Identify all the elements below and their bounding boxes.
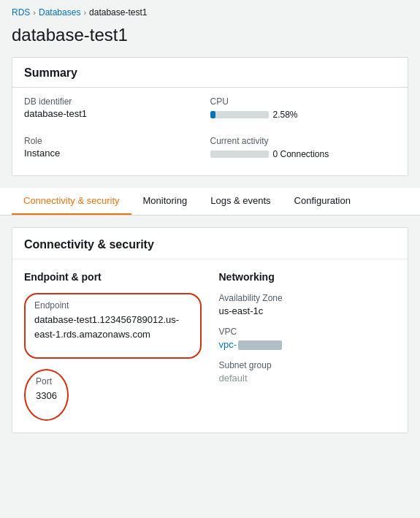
tab-configuration[interactable]: Configuration <box>283 188 362 215</box>
connectivity-section-header: Connectivity & security <box>12 228 408 259</box>
az-label: Availability Zone <box>219 293 397 303</box>
cpu-value: 2.58% <box>273 110 298 120</box>
role-section: Role Instance <box>24 136 210 167</box>
db-identifier-label: DB identifier <box>24 96 210 107</box>
cpu-label: CPU <box>210 96 397 107</box>
activity-bar-bg <box>210 151 269 158</box>
endpoint-label: Endpoint <box>34 300 191 311</box>
tab-logs-events[interactable]: Logs & events <box>199 188 282 215</box>
db-identifier-section: DB identifier database-test1 <box>24 96 210 127</box>
endpoint-port-col: Endpoint & port Endpoint database-test1.… <box>24 271 202 421</box>
port-label: Port <box>36 376 57 386</box>
breadcrumb-databases[interactable]: Databases <box>39 7 80 18</box>
networking-title: Networking <box>219 271 397 283</box>
tab-connectivity-security[interactable]: Connectivity & security <box>12 188 131 215</box>
port-wrapper: Port 3306 <box>24 369 202 421</box>
cpu-bar-bg <box>210 111 269 118</box>
summary-card: Summary DB identifier database-test1 CPU… <box>12 57 408 176</box>
breadcrumb-rds[interactable]: RDS <box>12 7 30 18</box>
role-label: Role <box>24 136 210 146</box>
tab-monitoring[interactable]: Monitoring <box>131 188 199 215</box>
subnet-value: default <box>219 373 397 384</box>
page-title: database-test1 <box>0 22 420 57</box>
activity-label: Current activity <box>210 136 397 146</box>
db-identifier-value: database-test1 <box>24 108 210 119</box>
endpoint-circle: Endpoint database-test1.123456789012.us-… <box>24 293 202 359</box>
summary-header: Summary <box>12 58 408 88</box>
az-value: us-east-1c <box>219 305 397 316</box>
vpc-label: VPC <box>219 327 397 337</box>
port-circle: Port 3306 <box>24 369 69 421</box>
breadcrumb-sep-1: › <box>33 8 36 17</box>
vpc-redacted <box>238 340 282 350</box>
breadcrumb-sep-2: › <box>83 8 86 17</box>
breadcrumb: RDS › Databases › database-test1 <box>0 0 420 22</box>
breadcrumb-current: database-test1 <box>89 7 147 18</box>
tabs-bar: Connectivity & security Monitoring Logs … <box>0 188 420 216</box>
vpc-value[interactable]: vpc- <box>219 339 397 350</box>
role-value: Instance <box>24 148 210 159</box>
connectivity-section: Connectivity & security Endpoint & port … <box>12 227 408 433</box>
connectivity-content-body: Endpoint & port Endpoint database-test1.… <box>12 259 408 433</box>
activity-bar-row: 0 Connections <box>210 149 397 159</box>
cpu-bar-row: 2.58% <box>210 110 397 120</box>
subnet-label: Subnet group <box>219 360 397 370</box>
networking-col: Networking Availability Zone us-east-1c … <box>219 271 397 421</box>
cpu-section: CPU 2.58% <box>210 96 397 127</box>
summary-grid: DB identifier database-test1 CPU 2.58% R… <box>12 88 408 175</box>
port-value: 3306 <box>36 389 57 403</box>
activity-section: Current activity 0 Connections <box>210 136 397 167</box>
cpu-bar-fill <box>210 111 216 118</box>
endpoint-port-title: Endpoint & port <box>24 271 202 283</box>
activity-value: 0 Connections <box>273 149 329 159</box>
endpoint-value: database-test1.123456789012.us-east-1.rd… <box>34 313 191 341</box>
